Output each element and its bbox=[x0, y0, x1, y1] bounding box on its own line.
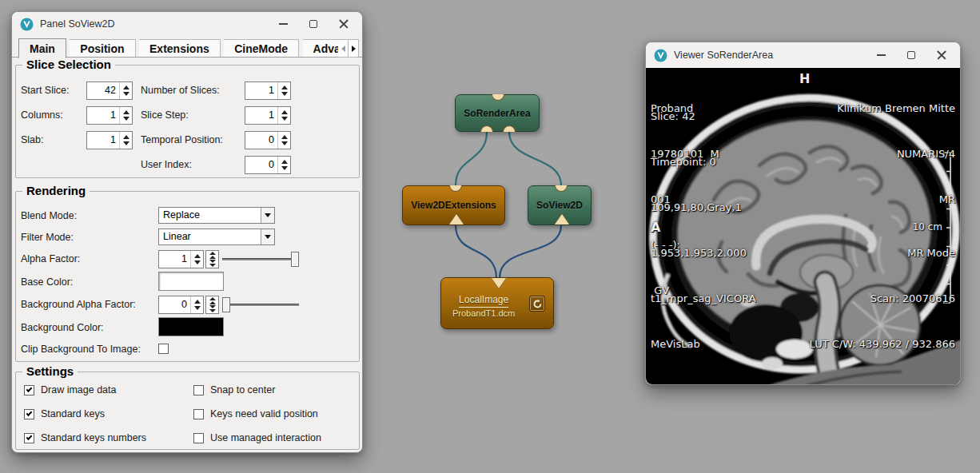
tab-main[interactable]: Main bbox=[18, 38, 66, 58]
spin-down-icon[interactable] bbox=[281, 141, 288, 145]
input-connector[interactable] bbox=[555, 185, 568, 192]
minimize-icon bbox=[877, 54, 886, 56]
spin-arrows[interactable] bbox=[119, 82, 132, 99]
dropdown-button[interactable] bbox=[261, 208, 274, 223]
slice-step-spinbox[interactable]: 1 bbox=[245, 106, 291, 125]
reload-button[interactable] bbox=[529, 296, 545, 312]
double-down-icon[interactable] bbox=[209, 309, 216, 312]
minimize-button[interactable] bbox=[866, 42, 896, 68]
slider-handle[interactable] bbox=[222, 297, 230, 312]
slider-track[interactable] bbox=[222, 258, 299, 260]
field-label: Slice Step: bbox=[141, 106, 189, 125]
double-down-icon[interactable] bbox=[209, 305, 216, 308]
double-up-icon[interactable] bbox=[209, 301, 216, 304]
tab-scroll-left-button[interactable] bbox=[338, 39, 349, 58]
spin-arrows[interactable] bbox=[119, 132, 132, 149]
minimize-button[interactable] bbox=[268, 12, 298, 36]
keys-need-valid-position-checkbox[interactable] bbox=[193, 409, 204, 419]
tab-position[interactable]: Position bbox=[70, 39, 135, 58]
background-alpha-fast-spin[interactable] bbox=[205, 296, 219, 314]
spin-down-icon[interactable] bbox=[123, 117, 129, 121]
background-alpha-spinbox[interactable]: 0 bbox=[158, 296, 204, 314]
input-connector[interactable] bbox=[492, 94, 504, 101]
spin-down-icon[interactable] bbox=[281, 117, 288, 121]
tab-scroll-right-button[interactable] bbox=[349, 39, 359, 58]
spin-up-icon[interactable] bbox=[281, 85, 288, 89]
spin-up-icon[interactable] bbox=[194, 254, 201, 258]
tab-extensions[interactable]: Extensions bbox=[139, 39, 221, 58]
double-down-icon[interactable] bbox=[209, 260, 216, 263]
maximize-button[interactable] bbox=[896, 42, 926, 68]
input-connector[interactable] bbox=[449, 185, 462, 192]
output-connector[interactable] bbox=[503, 125, 516, 132]
double-down-icon[interactable] bbox=[209, 264, 216, 267]
output-connector[interactable] bbox=[555, 214, 569, 225]
spin-down-icon[interactable] bbox=[194, 260, 201, 264]
spin-down-icon[interactable] bbox=[281, 166, 288, 170]
double-up-icon[interactable] bbox=[209, 252, 216, 255]
standard-keys-checkbox[interactable] bbox=[24, 409, 34, 419]
background-color-swatch[interactable] bbox=[158, 317, 224, 336]
field-label: Background Color: bbox=[21, 319, 104, 337]
spin-arrows[interactable] bbox=[277, 157, 290, 173]
slider-handle[interactable] bbox=[291, 252, 299, 267]
spin-up-icon[interactable] bbox=[123, 135, 129, 139]
columns-spinbox[interactable]: 1 bbox=[86, 106, 133, 125]
spin-arrows[interactable] bbox=[277, 107, 290, 124]
spin-down-icon[interactable] bbox=[194, 306, 201, 310]
alpha-factor-fast-spin[interactable] bbox=[205, 250, 219, 268]
group-legend: Settings bbox=[22, 364, 78, 378]
base-color-swatch[interactable] bbox=[158, 272, 224, 291]
spin-down-icon[interactable] bbox=[281, 92, 288, 96]
spin-up-icon[interactable] bbox=[194, 300, 201, 304]
viewer-titlebar[interactable]: Viewer SoRenderArea bbox=[646, 42, 960, 68]
slider-track[interactable] bbox=[222, 304, 299, 306]
dropdown-value: Linear bbox=[159, 229, 261, 244]
input-connector[interactable] bbox=[492, 278, 506, 288]
node-view2dextensions[interactable]: View2DExtensions bbox=[402, 185, 505, 225]
spin-down-icon[interactable] bbox=[123, 141, 129, 145]
node-soview2d[interactable]: SoView2D bbox=[528, 185, 592, 225]
spin-arrows[interactable] bbox=[119, 107, 132, 124]
blend-mode-dropdown[interactable]: Replace bbox=[158, 207, 275, 224]
spin-up-icon[interactable] bbox=[281, 160, 288, 164]
double-up-icon[interactable] bbox=[209, 297, 216, 300]
output-connector[interactable] bbox=[480, 125, 493, 132]
spin-down-icon[interactable] bbox=[123, 92, 129, 96]
filter-mode-dropdown[interactable]: Linear bbox=[158, 229, 275, 245]
close-button[interactable] bbox=[926, 42, 957, 68]
spin-up-icon[interactable] bbox=[281, 135, 288, 139]
draw-image-data-checkbox[interactable] bbox=[24, 385, 34, 395]
output-connector[interactable] bbox=[449, 214, 464, 225]
spin-up-icon[interactable] bbox=[123, 85, 129, 89]
alpha-factor-spinbox[interactable]: 1 bbox=[158, 250, 204, 268]
temporal-position-spinbox[interactable]: 0 bbox=[245, 131, 291, 149]
background-alpha-slider[interactable] bbox=[222, 296, 299, 314]
clip-background-checkbox[interactable] bbox=[158, 344, 169, 354]
spin-up-icon[interactable] bbox=[123, 110, 129, 114]
spin-arrows[interactable] bbox=[190, 296, 203, 313]
spin-arrows[interactable] bbox=[190, 251, 203, 268]
user-index-spinbox[interactable]: 0 bbox=[245, 156, 291, 174]
number-of-slices-spinbox[interactable]: 1 bbox=[245, 81, 291, 100]
spin-up-icon[interactable] bbox=[281, 110, 288, 114]
start-slice-spinbox[interactable]: 42 bbox=[86, 81, 133, 100]
double-up-icon[interactable] bbox=[209, 256, 216, 259]
tab-cinemode[interactable]: CineMode bbox=[224, 39, 299, 58]
mri-viewport[interactable]: Proband 19780101 M 001 (- - -): GV H Kli… bbox=[646, 68, 960, 384]
use-managed-interaction-checkbox[interactable] bbox=[193, 433, 204, 443]
snap-to-center-checkbox[interactable] bbox=[193, 385, 204, 395]
field-label: Number of Slices: bbox=[141, 81, 220, 100]
dropdown-button[interactable] bbox=[261, 229, 274, 244]
node-sorenderarea[interactable]: SoRenderArea bbox=[455, 94, 540, 132]
maximize-button[interactable] bbox=[298, 12, 329, 36]
standard-keys-numbers-checkbox[interactable] bbox=[24, 433, 34, 443]
close-button[interactable] bbox=[329, 12, 359, 36]
spin-arrows[interactable] bbox=[277, 82, 290, 99]
alpha-factor-slider[interactable] bbox=[222, 250, 299, 268]
slab-spinbox[interactable]: 1 bbox=[86, 131, 133, 149]
checkbox-label: Use managed interaction bbox=[210, 432, 321, 444]
panel-titlebar[interactable]: Panel SoView2D bbox=[12, 12, 362, 36]
spin-arrows[interactable] bbox=[277, 132, 290, 149]
node-localimage[interactable]: LocalImage ProbandT1.dcm bbox=[440, 277, 554, 329]
